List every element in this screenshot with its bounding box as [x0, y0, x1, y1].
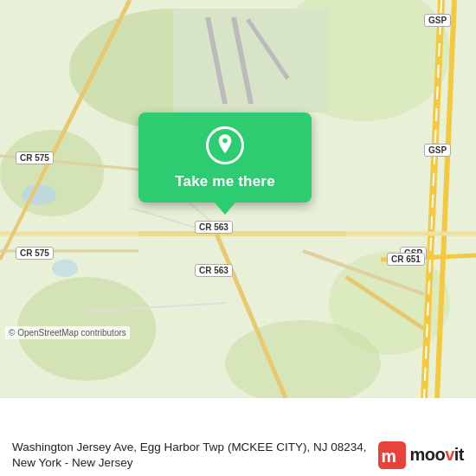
moovit-icon: m [378, 441, 406, 469]
map-container: CR 575 CR 575 CR 563 CR 563 GSP GSP GSP … [0, 0, 476, 398]
osm-attribution: © OpenStreetMap contributors [5, 326, 130, 339]
take-me-there-button[interactable]: Take me there [175, 173, 275, 190]
road-label-gsp-mid: GSP [424, 144, 451, 157]
road-label-cr563-top: CR 563 [195, 221, 233, 234]
svg-point-3 [0, 130, 104, 216]
road-label-cr575-bottom: CR 575 [16, 247, 54, 260]
map-popup: Take me there [138, 113, 312, 203]
road-label-cr563-bottom: CR 563 [195, 264, 233, 277]
svg-point-7 [22, 184, 56, 205]
moovit-text: moovit [409, 445, 464, 465]
road-label-gsp-top: GSP [424, 14, 451, 27]
svg-point-29 [222, 138, 228, 144]
svg-point-8 [52, 260, 78, 277]
location-pin-icon [215, 134, 235, 157]
road-label-cr575-top: CR 575 [16, 151, 54, 164]
address-text: Washington Jersey Ave, Egg Harbor Twp (M… [12, 440, 370, 471]
moovit-logo: m moovit [378, 441, 464, 469]
address-row: Washington Jersey Ave, Egg Harbor Twp (M… [0, 440, 476, 471]
svg-text:m: m [382, 447, 396, 466]
bottom-bar: Washington Jersey Ave, Egg Harbor Twp (M… [0, 398, 476, 476]
location-icon-circle [206, 126, 244, 164]
road-label-cr651: CR 651 [387, 253, 425, 266]
